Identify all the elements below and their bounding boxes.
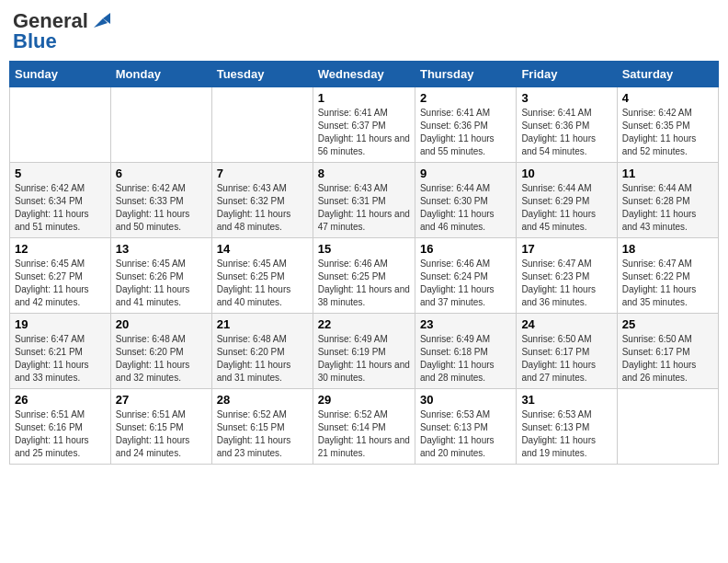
day-cell: 2Sunrise: 6:41 AMSunset: 6:36 PMDaylight… <box>415 87 516 163</box>
day-info: Sunrise: 6:41 AMSunset: 6:36 PMDaylight:… <box>521 107 611 158</box>
logo-blue: Blue <box>13 29 57 53</box>
week-row-5: 26Sunrise: 6:51 AMSunset: 6:16 PMDayligh… <box>10 389 719 465</box>
day-info: Sunrise: 6:45 AMSunset: 6:25 PMDaylight:… <box>217 258 308 309</box>
day-number: 6 <box>116 167 207 180</box>
day-number: 2 <box>420 91 511 105</box>
day-info: Sunrise: 6:49 AMSunset: 6:18 PMDaylight:… <box>420 333 511 385</box>
day-header-sunday: Sunday <box>10 62 111 87</box>
day-cell <box>617 389 718 465</box>
day-number: 21 <box>217 317 308 331</box>
day-headers: SundayMondayTuesdayWednesdayThursdayFrid… <box>10 62 719 87</box>
day-number: 29 <box>318 393 410 407</box>
day-info: Sunrise: 6:42 AMSunset: 6:33 PMDaylight:… <box>116 182 207 234</box>
day-cell: 30Sunrise: 6:53 AMSunset: 6:13 PMDayligh… <box>415 389 516 465</box>
day-cell: 10Sunrise: 6:44 AMSunset: 6:29 PMDayligh… <box>517 163 617 238</box>
day-number: 5 <box>15 167 106 180</box>
day-header-thursday: Thursday <box>415 62 516 87</box>
day-info: Sunrise: 6:45 AMSunset: 6:26 PMDaylight:… <box>116 258 207 309</box>
day-cell: 29Sunrise: 6:52 AMSunset: 6:14 PMDayligh… <box>313 389 415 465</box>
day-info: Sunrise: 6:53 AMSunset: 6:13 PMDaylight:… <box>521 408 611 460</box>
week-row-2: 5Sunrise: 6:42 AMSunset: 6:34 PMDaylight… <box>10 163 719 238</box>
day-cell: 21Sunrise: 6:48 AMSunset: 6:20 PMDayligh… <box>211 314 313 389</box>
day-header-friday: Friday <box>517 62 617 87</box>
day-info: Sunrise: 6:42 AMSunset: 6:35 PMDaylight:… <box>622 107 713 158</box>
day-info: Sunrise: 6:50 AMSunset: 6:17 PMDaylight:… <box>521 333 611 385</box>
day-info: Sunrise: 6:44 AMSunset: 6:28 PMDaylight:… <box>622 182 713 234</box>
day-number: 22 <box>318 317 410 331</box>
day-cell: 5Sunrise: 6:42 AMSunset: 6:34 PMDaylight… <box>10 163 111 238</box>
day-info: Sunrise: 6:48 AMSunset: 6:20 PMDaylight:… <box>116 333 207 385</box>
day-cell: 25Sunrise: 6:50 AMSunset: 6:17 PMDayligh… <box>617 314 718 389</box>
day-cell: 9Sunrise: 6:44 AMSunset: 6:30 PMDaylight… <box>415 163 516 238</box>
day-number: 16 <box>420 242 511 256</box>
day-cell: 19Sunrise: 6:47 AMSunset: 6:21 PMDayligh… <box>10 314 111 389</box>
day-info: Sunrise: 6:41 AMSunset: 6:36 PMDaylight:… <box>420 107 511 158</box>
day-number: 8 <box>318 167 410 180</box>
calendar: SundayMondayTuesdayWednesdayThursdayFrid… <box>9 61 719 465</box>
day-info: Sunrise: 6:45 AMSunset: 6:27 PMDaylight:… <box>15 258 106 309</box>
day-cell: 4Sunrise: 6:42 AMSunset: 6:35 PMDaylight… <box>617 87 718 163</box>
day-cell: 20Sunrise: 6:48 AMSunset: 6:20 PMDayligh… <box>110 314 211 389</box>
day-info: Sunrise: 6:52 AMSunset: 6:15 PMDaylight:… <box>217 408 308 460</box>
logo: General Blue <box>13 9 110 53</box>
day-number: 20 <box>116 317 207 331</box>
day-header-wednesday: Wednesday <box>313 62 415 87</box>
day-info: Sunrise: 6:51 AMSunset: 6:15 PMDaylight:… <box>116 408 207 460</box>
day-number: 7 <box>217 167 308 180</box>
day-cell: 23Sunrise: 6:49 AMSunset: 6:18 PMDayligh… <box>415 314 516 389</box>
logo-icon <box>90 11 110 31</box>
day-cell: 24Sunrise: 6:50 AMSunset: 6:17 PMDayligh… <box>517 314 617 389</box>
day-cell <box>10 87 111 163</box>
day-number: 23 <box>420 317 511 331</box>
day-cell: 22Sunrise: 6:49 AMSunset: 6:19 PMDayligh… <box>313 314 415 389</box>
day-cell: 7Sunrise: 6:43 AMSunset: 6:32 PMDaylight… <box>211 163 313 238</box>
day-header-tuesday: Tuesday <box>211 62 313 87</box>
day-number: 10 <box>521 167 611 180</box>
day-info: Sunrise: 6:42 AMSunset: 6:34 PMDaylight:… <box>15 182 106 234</box>
day-info: Sunrise: 6:41 AMSunset: 6:37 PMDaylight:… <box>318 107 410 158</box>
week-row-3: 12Sunrise: 6:45 AMSunset: 6:27 PMDayligh… <box>10 238 719 314</box>
day-cell: 27Sunrise: 6:51 AMSunset: 6:15 PMDayligh… <box>110 389 211 465</box>
day-number: 26 <box>15 393 106 407</box>
day-number: 4 <box>622 91 713 105</box>
day-number: 19 <box>15 317 106 331</box>
day-cell <box>211 87 313 163</box>
week-row-1: 1Sunrise: 6:41 AMSunset: 6:37 PMDaylight… <box>10 87 719 163</box>
day-info: Sunrise: 6:51 AMSunset: 6:16 PMDaylight:… <box>15 408 106 460</box>
day-number: 15 <box>318 242 410 256</box>
day-info: Sunrise: 6:49 AMSunset: 6:19 PMDaylight:… <box>318 333 410 385</box>
header: General Blue <box>9 9 719 53</box>
day-info: Sunrise: 6:48 AMSunset: 6:20 PMDaylight:… <box>217 333 308 385</box>
day-number: 17 <box>521 242 611 256</box>
day-info: Sunrise: 6:46 AMSunset: 6:24 PMDaylight:… <box>420 258 511 309</box>
day-info: Sunrise: 6:43 AMSunset: 6:32 PMDaylight:… <box>217 182 308 234</box>
day-number: 28 <box>217 393 308 407</box>
day-number: 1 <box>318 91 410 105</box>
day-number: 3 <box>521 91 611 105</box>
day-number: 18 <box>622 242 713 256</box>
day-info: Sunrise: 6:47 AMSunset: 6:21 PMDaylight:… <box>15 333 106 385</box>
day-header-monday: Monday <box>110 62 211 87</box>
day-number: 12 <box>15 242 106 256</box>
week-row-4: 19Sunrise: 6:47 AMSunset: 6:21 PMDayligh… <box>10 314 719 389</box>
day-cell: 17Sunrise: 6:47 AMSunset: 6:23 PMDayligh… <box>517 238 617 314</box>
day-cell: 13Sunrise: 6:45 AMSunset: 6:26 PMDayligh… <box>110 238 211 314</box>
day-number: 30 <box>420 393 511 407</box>
day-cell <box>110 87 211 163</box>
day-info: Sunrise: 6:43 AMSunset: 6:31 PMDaylight:… <box>318 182 410 234</box>
day-number: 14 <box>217 242 308 256</box>
day-cell: 12Sunrise: 6:45 AMSunset: 6:27 PMDayligh… <box>10 238 111 314</box>
day-cell: 15Sunrise: 6:46 AMSunset: 6:25 PMDayligh… <box>313 238 415 314</box>
day-cell: 6Sunrise: 6:42 AMSunset: 6:33 PMDaylight… <box>110 163 211 238</box>
day-cell: 16Sunrise: 6:46 AMSunset: 6:24 PMDayligh… <box>415 238 516 314</box>
day-info: Sunrise: 6:47 AMSunset: 6:23 PMDaylight:… <box>521 258 611 309</box>
day-number: 25 <box>622 317 713 331</box>
day-cell: 8Sunrise: 6:43 AMSunset: 6:31 PMDaylight… <box>313 163 415 238</box>
day-info: Sunrise: 6:53 AMSunset: 6:13 PMDaylight:… <box>420 408 511 460</box>
day-number: 24 <box>521 317 611 331</box>
day-number: 13 <box>116 242 207 256</box>
day-cell: 11Sunrise: 6:44 AMSunset: 6:28 PMDayligh… <box>617 163 718 238</box>
day-info: Sunrise: 6:50 AMSunset: 6:17 PMDaylight:… <box>622 333 713 385</box>
day-info: Sunrise: 6:44 AMSunset: 6:30 PMDaylight:… <box>420 182 511 234</box>
day-cell: 14Sunrise: 6:45 AMSunset: 6:25 PMDayligh… <box>211 238 313 314</box>
